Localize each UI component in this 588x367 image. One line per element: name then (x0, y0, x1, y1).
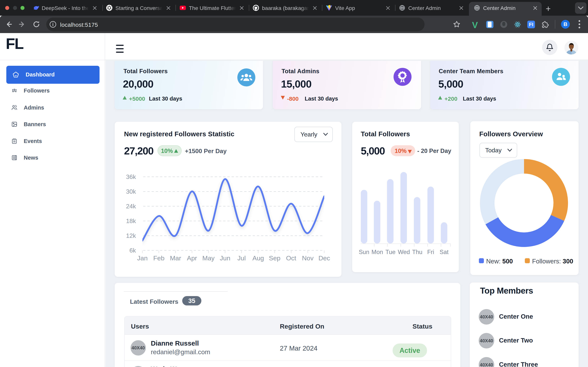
svg-text:Jul: Jul (237, 254, 246, 262)
svg-text:Sun: Sun (359, 249, 369, 255)
svg-text:6k: 6k (130, 247, 136, 254)
svg-text:May: May (202, 254, 215, 262)
svg-text:Thu: Thu (412, 249, 422, 255)
svg-text:Sat: Sat (440, 249, 449, 255)
svg-text:18k: 18k (126, 217, 136, 225)
svg-text:Jan: Jan (137, 254, 148, 262)
svg-text:Jun: Jun (220, 254, 230, 262)
svg-text:Mon: Mon (372, 249, 383, 255)
svg-text:Apr: Apr (187, 254, 197, 262)
svg-text:12k: 12k (126, 232, 136, 239)
svg-text:Oct: Oct (286, 254, 296, 262)
svg-text:36k: 36k (126, 173, 136, 180)
svg-text:Mar: Mar (170, 254, 181, 262)
svg-text:Dec: Dec (319, 254, 330, 262)
svg-text:Fri: Fri (427, 249, 434, 255)
svg-text:Tue: Tue (386, 249, 396, 255)
svg-text:Feb: Feb (153, 254, 164, 262)
svg-text:Nov: Nov (302, 254, 313, 262)
svg-text:Sep: Sep (269, 254, 281, 262)
svg-text:Aug: Aug (252, 254, 264, 262)
svg-text:Wed: Wed (398, 249, 410, 255)
svg-text:24k: 24k (126, 203, 136, 210)
svg-text:30k: 30k (126, 188, 136, 195)
